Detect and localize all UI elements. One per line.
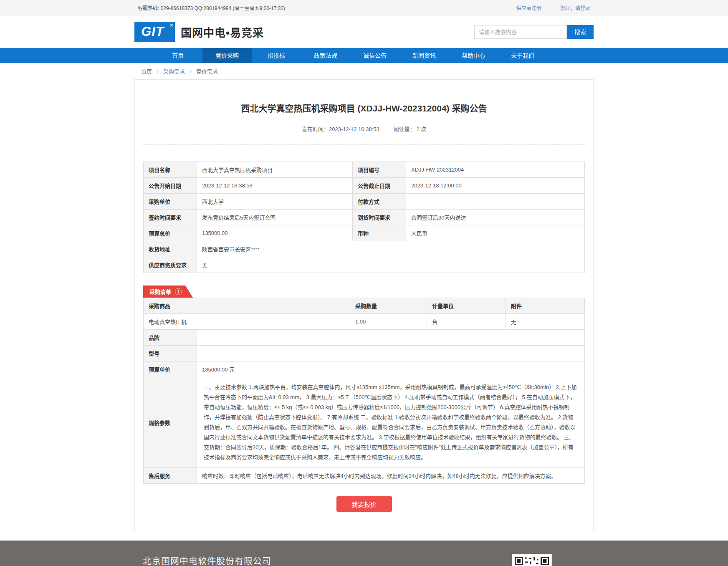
- table-row: 签约时间要求 发布竞价结果后5天内签订合同 到货时间要求 合同签订后30天内送达: [144, 210, 585, 225]
- qr-code[interactable]: [512, 554, 552, 566]
- table-row: 预算单价 135000.00 元: [144, 361, 585, 377]
- site-footer: 北京国网中电软件股份有限公司 ☎ 电话： 029-86618373/138110…: [0, 541, 728, 566]
- product-name: 电动真空热压机: [144, 314, 350, 330]
- info-label: 到货时间要求: [353, 210, 406, 225]
- qr-block: 点击扫描二维码: [512, 554, 552, 566]
- info-value: 人民币: [406, 225, 585, 241]
- table-row: 预算总价 135000.00 币种 人民币: [144, 225, 585, 241]
- detail-label: 预算单价: [144, 361, 197, 377]
- info-label: 签约时间要求: [144, 210, 197, 225]
- info-value: 合同签订后30天内送达: [406, 210, 585, 225]
- search-bar: 搜索: [474, 25, 594, 39]
- purchase-item-table: 采购商品 采购数量 计量单位 附件 电动真空热压机 1.00 台 无: [143, 298, 585, 330]
- spec-parameters: 一、主要技术参数 1.两块加热平台，均安装在真空腔体内，尺寸≥135mm x13…: [197, 377, 585, 468]
- product-detail-table: 品牌 型号 预算单价 135000.00 元 规格参数 一、主要技术参数 1.两…: [143, 329, 585, 484]
- nav-item-help[interactable]: 帮助中心: [449, 48, 498, 63]
- site-header: GIT ® 国网中电•易竞采 搜索: [0, 15, 728, 48]
- table-row: 型号: [144, 346, 585, 361]
- views-unit: 次: [421, 126, 426, 132]
- budget-total-value: 135000.00: [197, 225, 353, 241]
- detail-label: 型号: [144, 346, 197, 361]
- info-value: 陕西省西安市长安区****: [197, 241, 585, 257]
- table-header-row: 采购商品 采购数量 计量单位 附件: [144, 298, 585, 314]
- info-label: 公告开始日期: [144, 178, 197, 194]
- detail-value: [197, 330, 585, 346]
- notice-card: 西北大学真空热压机采购项目 (XDJJ-HW-202312004) 采购公告 发…: [134, 79, 594, 531]
- info-value: 西北大学: [197, 194, 353, 210]
- table-row: 项目名称 西北大学真空热压机采购项目 项目编号 XDJJ-HW-20231200…: [144, 162, 585, 178]
- logo-text: GIT: [141, 24, 168, 39]
- table-row: 规格参数 一、主要技术参数 1.两块加热平台，均安装在真空腔体内，尺寸≥135m…: [144, 377, 585, 468]
- product-quantity: 1.00: [350, 314, 427, 330]
- product-unit: 台: [427, 314, 506, 330]
- table-row: 售后服务 响应时效：即时响应（包括电话响应）；电话响应无法解决4小时内到达现场。…: [144, 468, 585, 484]
- breadcrumb-home[interactable]: 首页: [141, 68, 152, 75]
- breadcrumb-separator: /: [157, 68, 159, 75]
- nav-item-tender[interactable]: 招投标: [252, 48, 301, 63]
- table-row: 公告开始日期 2023-12-12 16:38:53 公告截止日期 2023-1…: [144, 178, 585, 194]
- table-row: 收货地址 陕西省西安市长安区****: [144, 241, 585, 257]
- budget-unit-price: 135000.00 元: [197, 361, 585, 377]
- footer-company-name: 北京国网中电软件股份有限公司: [143, 554, 291, 566]
- submit-quote-button[interactable]: 我要报价: [336, 496, 392, 512]
- breadcrumb: 首页 / 采购需求 / 竞价需求: [0, 63, 728, 79]
- info-value: 发布竞价结果后5天内签订合同: [197, 210, 353, 225]
- info-label: 项目编号: [353, 162, 406, 178]
- search-button[interactable]: 搜索: [567, 25, 594, 39]
- publish-time: 2023-12-12 16:38:53: [329, 126, 379, 132]
- nav-item-bidding-purchase[interactable]: 竞价采购: [202, 48, 252, 63]
- info-value: XDJJ-HW-202312004: [406, 162, 585, 178]
- after-sales-service: 响应时效：即时响应（包括电话响应）；电话响应无法解决4小时内到达现场。修复时间2…: [197, 468, 585, 484]
- supplier-register-link[interactable]: 供应商注册: [516, 5, 541, 11]
- top-utility-bar: 客服热线: 029-86618373 QQ:2881944994 (周一至周五9…: [0, 0, 728, 15]
- info-label: 付款方式: [353, 194, 406, 210]
- login-link[interactable]: 您好，请登录: [560, 5, 590, 11]
- table-row: 电动真空热压机 1.00 台 无: [144, 314, 585, 330]
- main-nav: 首页 竞价采购 招投标 政策法规 诚信公告 新闻资讯 帮助中心 关于我们: [0, 48, 728, 63]
- detail-label: 售后服务: [144, 468, 197, 484]
- info-value: 西北大学真空热压机采购项目: [197, 162, 353, 178]
- nav-item-integrity[interactable]: 诚信公告: [350, 48, 399, 63]
- info-label: 供应商资质要求: [144, 257, 197, 273]
- table-row: 品牌: [144, 330, 585, 346]
- info-label: 采购单位: [144, 194, 197, 210]
- page-title: 西北大学真空热压机采购项目 (XDJJ-HW-202312004) 采购公告: [143, 101, 585, 114]
- breadcrumb-current: 竞价需求: [196, 68, 218, 75]
- info-label: 收货地址: [144, 241, 197, 257]
- detail-label: 规格参数: [144, 377, 197, 468]
- column-header-quantity: 采购数量: [350, 298, 427, 314]
- column-header-product: 采购商品: [144, 298, 350, 314]
- notice-meta: 发布时间：2023-12-12 16:38:53阅读量：2次: [143, 125, 585, 145]
- publish-time-label: 发布时间：: [302, 126, 329, 132]
- topbar-links: 供应商注册 您好，请登录: [499, 4, 590, 11]
- info-value: [406, 194, 585, 210]
- column-header-attachment: 附件: [506, 298, 585, 314]
- qr-code-image: [515, 557, 549, 566]
- info-label: 预算总价: [144, 225, 197, 241]
- site-name: 国网中电•易竞采: [181, 24, 264, 40]
- views-label: 阅读量：: [394, 126, 415, 132]
- product-attachment: 无: [506, 314, 585, 330]
- info-label: 公告截止日期: [353, 178, 406, 194]
- git-logo: GIT ®: [134, 22, 175, 42]
- registered-trademark-icon: ®: [170, 23, 173, 28]
- footer-contact-block: 北京国网中电软件股份有限公司 ☎ 电话： 029-86618373/138110…: [143, 554, 291, 566]
- purchase-list-tag-label: 采购清单: [149, 288, 171, 296]
- info-label: 项目名称: [144, 162, 197, 178]
- site-logo[interactable]: GIT ® 国网中电•易竞采: [134, 22, 264, 42]
- breadcrumb-purchase-demand[interactable]: 采购需求: [163, 68, 185, 75]
- purchase-list-count-badge: 1: [175, 288, 182, 295]
- views-count: 2: [417, 126, 420, 132]
- purchase-list-tag: 采购清单 1: [143, 286, 193, 298]
- info-value: 无: [197, 257, 585, 273]
- nav-item-policy[interactable]: 政策法规: [301, 48, 350, 63]
- search-input[interactable]: [474, 25, 567, 39]
- nav-item-news[interactable]: 新闻资讯: [399, 48, 449, 63]
- column-header-unit: 计量单位: [427, 298, 506, 314]
- detail-value: [197, 346, 585, 361]
- info-label: 币种: [353, 225, 406, 241]
- detail-label: 品牌: [144, 330, 197, 346]
- nav-item-home[interactable]: 首页: [153, 48, 202, 63]
- service-hotline: 客服热线: 029-86618373 QQ:2881944994 (周一至周五9…: [138, 4, 285, 11]
- nav-item-about[interactable]: 关于我们: [498, 48, 547, 63]
